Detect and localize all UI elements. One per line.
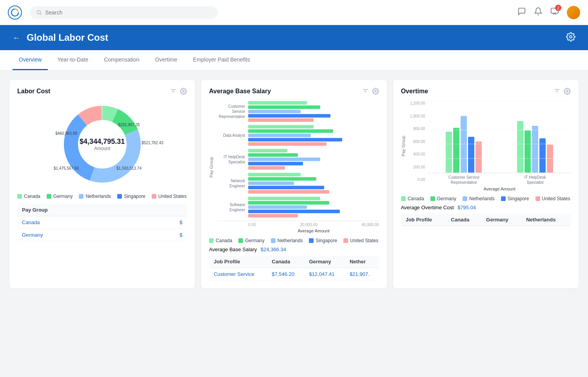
table-header-pay-group: Pay Group <box>17 204 143 216</box>
legend-netherlands-2: Netherlands <box>271 238 303 243</box>
vbar-x-label-it: IT HelpDeskSpecialist <box>503 175 567 185</box>
vbar-it-singapore <box>539 138 546 173</box>
th-canada: Canada <box>267 256 304 268</box>
svg-text:$292,967.35: $292,967.35 <box>118 123 140 127</box>
vbar-group-it <box>503 121 567 173</box>
legend-netherlands: Netherlands <box>79 194 111 199</box>
labor-cost-title: Labor Cost <box>17 88 50 95</box>
hbar-chart-wrapper: Pay Group Customer ServiceRepresentative <box>209 101 379 233</box>
filter-icon-3[interactable] <box>554 88 561 95</box>
avg-salary-title: Average Base Salary <box>209 88 271 95</box>
tab-overtime[interactable]: Overtime <box>149 50 184 70</box>
gear-icon-3[interactable] <box>564 88 571 95</box>
hbar-row-csr: Customer ServiceRepresentative <box>217 101 379 122</box>
avg-salary-value: $24,366.34 <box>261 246 286 252</box>
tab-employer-benefits[interactable]: Employer Paid Benefits <box>187 50 256 70</box>
avg-salary-card: Average Base Salary Pay Group Customer S… <box>201 80 387 288</box>
gear-icon[interactable] <box>180 88 187 95</box>
hbar-group-da <box>248 125 379 146</box>
vbar-csr-canada <box>446 132 452 173</box>
workday-logo <box>8 5 22 20</box>
table-cell-germany[interactable]: Germany <box>17 229 143 241</box>
hbar-bar <box>248 162 303 165</box>
table-cell-canada[interactable]: Canada <box>17 216 143 229</box>
hbar-bar <box>248 173 300 176</box>
th-job-profile: Job Profile <box>209 256 267 268</box>
avg-salary-label: Average Base Salary <box>209 246 257 252</box>
legend-germany-label: Germany <box>53 194 73 199</box>
avg-overtime-value: $795.04 <box>457 205 476 210</box>
legend-singapore-label: Singapore <box>124 194 145 199</box>
table-row: Germany $ <box>17 229 187 241</box>
settings-icon[interactable] <box>566 32 575 44</box>
filter-icon[interactable] <box>170 88 177 95</box>
tab-ytd[interactable]: Year-to-Date <box>51 50 94 70</box>
td-customer-service[interactable]: Customer Service <box>209 268 267 281</box>
avg-salary-legend: Canada Germany Netherlands Singapore Uni… <box>209 238 379 243</box>
svg-point-25 <box>566 91 568 92</box>
td-cs-nether: $21,907. <box>345 268 379 281</box>
top-navigation: 2 <box>0 0 588 25</box>
filter-icon-2[interactable] <box>362 88 369 95</box>
vbar-x-labels: Customer ServiceRepresentative IT HelpDe… <box>428 173 571 187</box>
hbar-chart-area: Customer ServiceRepresentative Data Anal <box>217 101 379 233</box>
overtime-icons <box>554 88 571 95</box>
hbar-x-label: Average Amount <box>217 228 379 233</box>
search-bar[interactable] <box>30 6 218 19</box>
hbar-bar <box>248 197 320 200</box>
svg-text:$460,963.89: $460,963.89 <box>55 131 77 136</box>
overtime-title: Overtime <box>401 88 428 95</box>
hbar-bar <box>248 181 294 185</box>
vbar-it-canada <box>517 121 523 173</box>
legend-germany-2: Germany <box>238 238 264 243</box>
hbar-bars-da <box>248 125 379 146</box>
hbar-row-da: Data Analyst <box>217 125 379 146</box>
hbar-bars-ne <box>248 173 379 194</box>
hbar-row-se: SoftwareEngineer <box>217 197 379 218</box>
page-title: Global Labor Cost <box>27 32 108 43</box>
hbar-bars-it <box>248 149 379 170</box>
hbar-bar <box>248 138 342 141</box>
svg-point-2 <box>570 36 572 38</box>
hbar-bar <box>248 214 298 218</box>
legend-us-3: United States <box>535 196 570 201</box>
avg-salary-header: Average Base Salary <box>209 88 379 95</box>
hbar-group-se <box>248 197 379 218</box>
hbar-bar <box>248 153 298 157</box>
legend-us-dot <box>152 194 156 199</box>
hbar-y-axis-label: Pay Group <box>209 101 214 233</box>
inbox-icon[interactable]: 2 <box>550 7 559 18</box>
th-nether: Nether <box>345 256 379 268</box>
hbar-bar <box>248 129 333 133</box>
tab-compensation[interactable]: Compensation <box>98 50 145 70</box>
legend-dot <box>535 196 540 201</box>
legend-dot <box>309 238 314 243</box>
hbar-bar <box>248 177 316 181</box>
legend-germany: Germany <box>47 194 73 199</box>
legend-dot <box>501 196 506 201</box>
x-axis-20k: 20,000.00 <box>300 223 318 227</box>
table-cell-canada-val: $ <box>143 216 187 229</box>
user-avatar[interactable] <box>567 6 580 19</box>
hbar-bar <box>248 186 324 189</box>
legend-netherlands-3: Netherlands <box>463 196 495 201</box>
legend-singapore-3: Singapore <box>501 196 529 201</box>
vbar-y-axis: 1,200.00 1,000.00 800.00 600.00 400.00 2… <box>407 101 427 191</box>
hbar-bar <box>248 205 307 209</box>
avg-salary-icons <box>362 88 379 95</box>
hbar-bar <box>248 166 285 170</box>
svg-point-6 <box>183 91 185 92</box>
tab-overview[interactable]: Overview <box>13 50 48 70</box>
vbar-y-axis-label: Pay Group <box>401 101 406 191</box>
tabs-bar: Overview Year-to-Date Compensation Overt… <box>0 50 588 71</box>
gear-icon-2[interactable] <box>372 88 379 95</box>
back-button[interactable]: ← <box>13 33 20 42</box>
search-input[interactable] <box>45 9 212 16</box>
hbar-bar <box>248 101 307 105</box>
chat-icon[interactable] <box>517 7 526 18</box>
bell-icon[interactable] <box>534 7 543 18</box>
labor-cost-table: Pay Group Canada $ Germany $ <box>17 204 187 241</box>
avg-salary-table: Job Profile Canada Germany Nether Custom… <box>209 256 379 281</box>
vbar-it-netherlands <box>532 126 538 173</box>
vbar-csr-singapore <box>468 137 474 173</box>
